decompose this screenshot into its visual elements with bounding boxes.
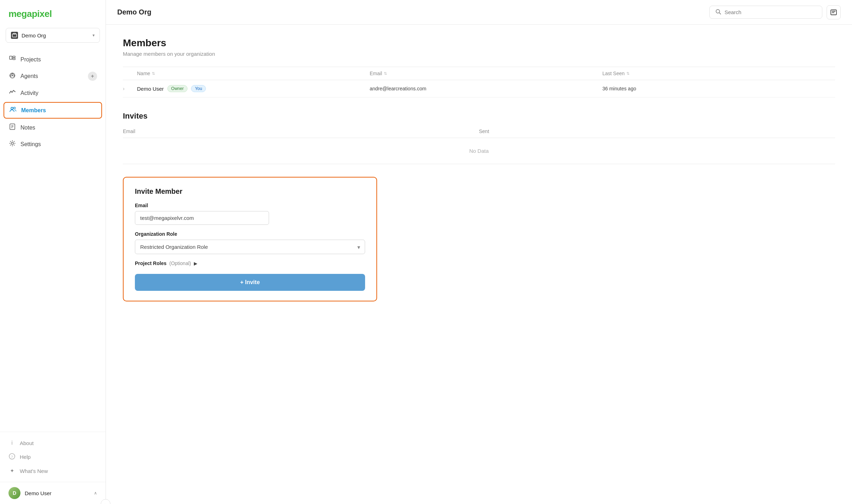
col-email: Email ⇅ <box>370 71 602 76</box>
members-table: Name ⇅ Email ⇅ Last Seen ⇅ › Demo User O… <box>123 67 835 97</box>
settings-icon <box>8 140 16 149</box>
user-name: Demo User <box>25 490 90 496</box>
project-roles-optional: (Optional) <box>169 260 191 266</box>
email-form-group: Email <box>135 203 365 225</box>
activity-icon <box>8 89 16 97</box>
invites-col-email: Email <box>123 128 479 134</box>
last-seen-sort-icon: ⇅ <box>626 71 630 76</box>
invites-title: Invites <box>123 112 835 121</box>
search-box[interactable] <box>709 6 822 19</box>
svg-rect-2 <box>10 56 12 59</box>
svg-rect-18 <box>832 11 835 12</box>
app-logo: megapixel <box>8 8 52 19</box>
header-title: Demo Org <box>117 8 151 16</box>
header: Demo Org <box>106 0 852 25</box>
user-avatar: D <box>8 487 20 499</box>
invite-form-title: Invite Member <box>135 187 365 196</box>
col-name: Name ⇅ <box>137 71 370 76</box>
invites-col-sent: Sent <box>479 128 835 134</box>
agents-icon <box>8 72 16 81</box>
activity-label: Activity <box>20 90 38 96</box>
svg-point-12 <box>11 142 13 144</box>
user-profile[interactable]: D Demo User ∧ <box>0 482 106 504</box>
settings-label: Settings <box>20 141 41 148</box>
svg-point-6 <box>11 107 13 109</box>
about-label: About <box>20 440 34 446</box>
notes-icon <box>8 123 16 132</box>
you-badge: You <box>191 85 206 92</box>
svg-rect-19 <box>832 12 834 13</box>
table-row: › Demo User Owner You andre@learcreation… <box>123 80 835 97</box>
members-table-header: Name ⇅ Email ⇅ Last Seen ⇅ <box>123 67 835 80</box>
org-selector[interactable]: Demo Org ▾ <box>6 28 100 43</box>
invites-no-data: No Data <box>123 138 835 164</box>
main-area: Demo Org Members <box>106 0 852 504</box>
invite-button[interactable]: + Invite <box>135 274 365 291</box>
whats-new-label: What's New <box>20 468 48 474</box>
org-role-form-group: Organization Role Restricted Organizatio… <box>135 231 365 254</box>
search-input[interactable] <box>725 9 816 15</box>
project-roles-arrow-icon: ▶ <box>194 261 197 266</box>
org-role-label: Organization Role <box>135 231 365 237</box>
projects-icon <box>8 55 16 64</box>
email-label: Email <box>135 203 365 208</box>
user-chevron-icon: ∧ <box>94 491 97 496</box>
svg-rect-3 <box>13 56 15 58</box>
invite-btn-label: + Invite <box>240 279 260 286</box>
projects-label: Projects <box>20 56 41 63</box>
svg-rect-4 <box>13 58 15 60</box>
help-icon: ? <box>8 453 16 461</box>
logo-area: megapixel <box>0 0 106 25</box>
page-title: Members <box>123 37 835 49</box>
project-roles-label: Project Roles <box>135 260 166 266</box>
sidebar-item-settings[interactable]: Settings <box>0 136 106 152</box>
sidebar: megapixel Demo Org ▾ Projects <box>0 0 106 504</box>
whats-new-icon: ✦ <box>8 468 16 474</box>
agents-add-button[interactable]: + <box>88 72 97 81</box>
org-icon <box>11 32 18 39</box>
org-role-select[interactable]: Restricted Organization Role Member Admi… <box>135 240 365 254</box>
members-label: Members <box>21 107 46 114</box>
header-action-button[interactable] <box>827 5 841 19</box>
members-icon <box>9 106 17 115</box>
row-expand-icon[interactable]: › <box>123 86 137 91</box>
svg-line-16 <box>719 13 721 14</box>
invite-email-input[interactable] <box>135 211 269 225</box>
sidebar-nav: Projects Agents + Activity <box>0 48 106 432</box>
row-email-cell: andre@learcreations.com <box>370 86 602 91</box>
col-last-seen: Last Seen ⇅ <box>602 71 835 76</box>
sidebar-item-members[interactable]: Members <box>4 102 102 119</box>
project-roles-row[interactable]: Project Roles (Optional) ▶ <box>135 260 365 266</box>
search-icon <box>715 9 721 16</box>
sidebar-item-notes[interactable]: Notes <box>0 119 106 136</box>
page-content: Members Manage members on your organizat… <box>106 25 852 504</box>
org-role-select-wrapper: Restricted Organization Role Member Admi… <box>135 240 365 254</box>
sidebar-item-help[interactable]: ? Help <box>0 450 106 464</box>
agents-label: Agents <box>20 73 38 79</box>
header-right <box>709 5 841 19</box>
sidebar-item-activity[interactable]: Activity <box>0 85 106 101</box>
owner-badge: Owner <box>167 85 187 92</box>
invites-table-header: Email Sent <box>123 125 835 138</box>
page-subtitle: Manage members on your organization <box>123 51 835 57</box>
sidebar-item-agents[interactable]: Agents + <box>0 68 106 85</box>
org-chevron-icon: ▾ <box>93 33 95 38</box>
help-label: Help <box>20 454 31 460</box>
name-sort-icon: ⇅ <box>152 71 155 76</box>
row-name-cell: Demo User Owner You <box>137 85 370 92</box>
row-last-seen-cell: 36 minutes ago <box>602 86 835 91</box>
sidebar-item-about[interactable]: i About <box>0 436 106 450</box>
svg-text:?: ? <box>11 455 13 459</box>
member-name: Demo User <box>137 86 164 92</box>
sidebar-item-whats-new[interactable]: ✦ What's New <box>0 464 106 478</box>
org-name: Demo Org <box>22 32 89 38</box>
sidebar-item-projects[interactable]: Projects <box>0 51 106 68</box>
email-sort-icon: ⇅ <box>384 71 387 76</box>
notes-label: Notes <box>20 125 35 131</box>
about-icon: i <box>8 440 16 446</box>
invite-member-form: Invite Member Email Organization Role Re… <box>123 177 377 301</box>
svg-point-7 <box>14 107 16 109</box>
sidebar-bottom: i About ? Help ✦ What's New <box>0 432 106 482</box>
